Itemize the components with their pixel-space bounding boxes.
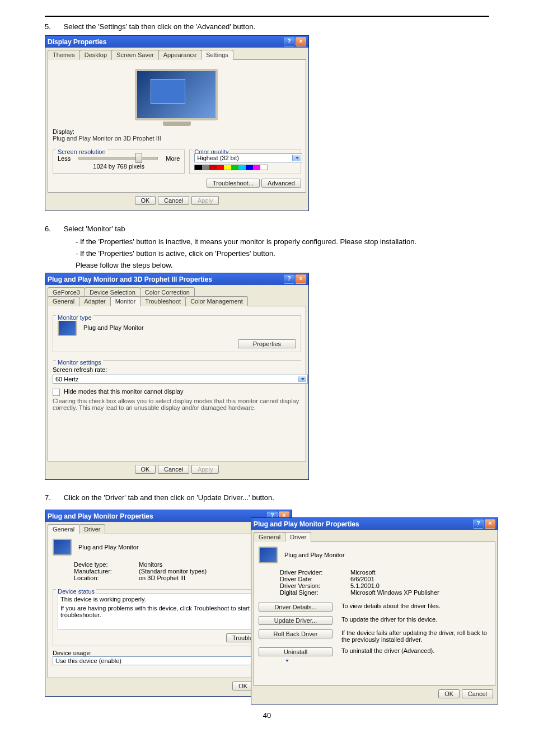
- digital-signer-value: Microsoft Windows XP Publisher: [350, 589, 439, 596]
- tabs: Themes Desktop Screen Saver Appearance S…: [48, 50, 306, 60]
- monitor-properties-titlebar: Plug and Play Monitor and 3D Prophet III…: [45, 273, 308, 285]
- device-status-help: If you are having problems with this dev…: [60, 605, 277, 618]
- driver-details-button[interactable]: Driver Details...: [259, 603, 332, 612]
- more-label: More: [166, 155, 180, 162]
- tab-device-selection[interactable]: Device Selection: [85, 287, 140, 297]
- tab-geforce3[interactable]: GeForce3: [48, 287, 85, 297]
- ok-button[interactable]: OK: [438, 689, 460, 698]
- hide-modes-hint: Clearing this check box allows you to se…: [53, 398, 301, 411]
- hide-modes-label: Hide modes that this monitor cannot disp…: [64, 388, 183, 395]
- tab-color-management[interactable]: Color Management: [185, 296, 248, 306]
- uninstall-button[interactable]: Uninstall: [259, 647, 332, 656]
- ok-button[interactable]: OK: [135, 196, 156, 205]
- uninstall-text: To uninstall the driver (Advanced).: [341, 647, 490, 654]
- digital-signer-label: Digital Signer:: [280, 589, 347, 596]
- tab-settings[interactable]: Settings: [201, 50, 233, 60]
- location-value: on 3D Prophet III: [139, 575, 185, 581]
- window-title: Display Properties: [48, 38, 106, 46]
- device-name: Plug and Play Monitor: [78, 544, 139, 550]
- advanced-button[interactable]: Advanced: [261, 179, 301, 188]
- screen-resolution-label: Screen resolution: [56, 148, 107, 155]
- device-status-label: Device status: [56, 588, 96, 595]
- pnp-driver-window: Plug and Play Monitor Properties ? × Gen…: [251, 517, 498, 704]
- tab-driver[interactable]: Driver: [79, 524, 105, 534]
- window-title: Plug and Play Monitor Properties: [48, 512, 153, 520]
- refresh-rate-select[interactable]: 60 Hertz: [53, 375, 308, 384]
- update-driver-button[interactable]: Update Driver...: [259, 616, 332, 625]
- manufacturer-label: Manufacturer:: [74, 568, 135, 575]
- device-usage-label: Device usage:: [53, 650, 284, 656]
- step-5: 5. Select the 'Settings' tab then click …: [45, 22, 489, 31]
- step-6-num: 6.: [45, 225, 62, 233]
- hide-modes-checkbox[interactable]: [53, 389, 60, 396]
- tab-monitor[interactable]: Monitor: [110, 296, 141, 306]
- device-name: Plug and Play Monitor: [284, 552, 345, 558]
- step-6-line2: - If the 'Properties' button is active, …: [76, 249, 489, 258]
- step-6-line1: - If the 'Properties' button is inactive…: [76, 237, 489, 246]
- monitor-preview-icon: [135, 69, 219, 125]
- window-title: Plug and Play Monitor Properties: [254, 520, 359, 528]
- step-7-num: 7.: [45, 493, 62, 502]
- tab-adapter[interactable]: Adapter: [79, 296, 111, 306]
- display-value: Plug and Play Monitor on 3D Prophet III: [53, 135, 301, 142]
- step-5-num: 5.: [45, 22, 62, 31]
- monitor-icon: [53, 539, 72, 556]
- properties-button[interactable]: Properties: [238, 339, 296, 348]
- display-properties-titlebar: Display Properties ? ×: [45, 36, 308, 48]
- display-label: Display:: [53, 128, 301, 135]
- close-icon[interactable]: ×: [485, 519, 495, 529]
- cancel-button[interactable]: Cancel: [158, 465, 189, 474]
- driver-provider-value: Microsoft: [350, 569, 376, 576]
- driver-provider-label: Driver Provider:: [280, 569, 347, 576]
- driver-date-value: 6/6/2001: [350, 576, 374, 582]
- tab-general[interactable]: General: [254, 532, 285, 542]
- tab-general[interactable]: General: [48, 524, 79, 534]
- step-7: 7. Click on the 'Driver' tab and then cl…: [45, 493, 489, 502]
- tab-driver[interactable]: Driver: [285, 532, 311, 542]
- monitor-settings-label: Monitor settings: [56, 359, 103, 366]
- driver-details-text: To view details about the driver files.: [341, 603, 490, 609]
- tab-desktop[interactable]: Desktop: [79, 50, 112, 60]
- tab-troubleshoot[interactable]: Troubleshoot: [140, 296, 186, 306]
- window-title: Plug and Play Monitor and 3D Prophet III…: [48, 276, 212, 283]
- monitor-type-label: Monitor type: [56, 314, 93, 321]
- step-6: 6. Select 'Monitor' tab: [45, 225, 489, 233]
- manufacturer-value: (Standard monitor types): [139, 568, 207, 575]
- resolution-value: 1024 by 768 pixels: [58, 163, 180, 170]
- tab-appearance[interactable]: Appearance: [158, 50, 202, 60]
- device-type-label: Device type:: [74, 561, 135, 568]
- help-icon[interactable]: ?: [473, 519, 484, 529]
- tab-themes[interactable]: Themes: [48, 50, 80, 60]
- step-5-text: Select the 'Settings' tab then click on …: [64, 22, 255, 31]
- rollback-driver-button[interactable]: Roll Back Driver: [259, 629, 332, 638]
- step-6-text: Select 'Monitor' tab: [64, 225, 125, 233]
- display-properties-window: Display Properties ? × Themes Desktop Sc…: [45, 35, 309, 211]
- tab-screensaver[interactable]: Screen Saver: [111, 50, 159, 60]
- page-number: 40: [45, 711, 489, 720]
- driver-date-label: Driver Date:: [280, 576, 347, 582]
- rollback-driver-text: If the device fails after updating the d…: [341, 629, 490, 643]
- pnp-driver-titlebar: Plug and Play Monitor Properties ? ×: [251, 518, 498, 530]
- device-status-text: This device is working properly.: [60, 596, 277, 603]
- driver-version-label: Driver Version:: [280, 582, 347, 589]
- help-icon[interactable]: ?: [284, 37, 294, 46]
- cancel-button[interactable]: Cancel: [462, 689, 493, 698]
- apply-button[interactable]: Apply: [191, 465, 219, 474]
- tab-color-correction[interactable]: Color Correction: [140, 287, 195, 297]
- resolution-slider[interactable]: [78, 157, 158, 160]
- color-quality-select[interactable]: Highest (32 bit): [194, 153, 302, 162]
- step-7-text: Click on the 'Driver' tab and then click…: [64, 493, 274, 502]
- driver-version-value: 5.1.2001.0: [350, 582, 380, 589]
- close-icon[interactable]: ×: [296, 37, 306, 46]
- refresh-rate-label: Screen refresh rate:: [53, 366, 301, 373]
- ok-button[interactable]: OK: [135, 465, 156, 474]
- color-bars-icon: [194, 165, 268, 170]
- tab-general[interactable]: General: [48, 296, 79, 306]
- monitor-type-value: Plug and Play Monitor: [83, 324, 144, 331]
- less-label: Less: [58, 155, 71, 162]
- close-icon[interactable]: ×: [296, 274, 306, 284]
- troubleshoot-button[interactable]: Troubleshoot...: [207, 179, 260, 188]
- help-icon[interactable]: ?: [284, 274, 294, 284]
- apply-button[interactable]: Apply: [191, 196, 219, 205]
- cancel-button[interactable]: Cancel: [158, 196, 189, 205]
